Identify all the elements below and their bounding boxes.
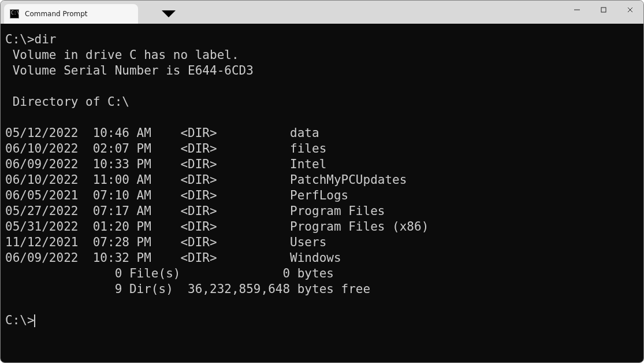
close-button[interactable] bbox=[617, 1, 643, 19]
terminal-viewport[interactable]: C:\>dir Volume in drive C has no label. … bbox=[1, 24, 643, 362]
window-controls bbox=[564, 1, 643, 24]
tab-command-prompt[interactable]: Command Prompt bbox=[4, 4, 138, 24]
terminal-cursor bbox=[34, 314, 35, 327]
maximize-button[interactable] bbox=[590, 1, 617, 19]
window-frame: Command Prompt C:\>dir Volume in drive C… bbox=[0, 0, 644, 363]
title-bar[interactable]: Command Prompt bbox=[1, 1, 643, 24]
minimize-button[interactable] bbox=[564, 1, 590, 19]
new-tab-button[interactable] bbox=[140, 5, 158, 23]
tab-close-button[interactable] bbox=[123, 9, 132, 18]
tab-dropdown-button[interactable] bbox=[160, 5, 177, 23]
terminal-output[interactable]: C:\>dir Volume in drive C has no label. … bbox=[5, 32, 639, 328]
svg-rect-0 bbox=[601, 8, 606, 12]
cmd-icon bbox=[10, 9, 19, 18]
tab-title: Command Prompt bbox=[25, 10, 117, 18]
